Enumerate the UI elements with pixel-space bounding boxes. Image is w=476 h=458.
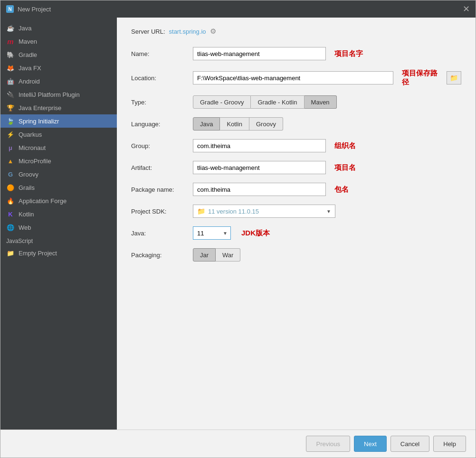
artifact-row: Artifact: 项目名 [131, 161, 461, 174]
gear-icon[interactable]: ⚙ [210, 27, 216, 36]
java-label: Java: [131, 230, 193, 237]
sidebar-label-forge: Application Forge [19, 197, 67, 205]
packaging-label: Packaging: [131, 252, 193, 259]
content-area: Server URL: start.spring.io ⚙ Name: 项目名字… [117, 18, 476, 430]
sdk-label: Project SDK: [131, 208, 193, 215]
sidebar-label-gradle: Gradle [19, 51, 37, 58]
sidebar-item-empty[interactable]: 📁 Empty Project [0, 246, 117, 260]
android-icon: 🤖 [6, 77, 15, 85]
server-url-label: Server URL: [131, 28, 165, 35]
sidebar-label-kotlin: Kotlin [19, 211, 34, 218]
group-label: Group: [131, 142, 193, 150]
sidebar-item-intellij[interactable]: 🔌 IntelliJ Platform Plugin [0, 88, 117, 101]
location-input[interactable] [193, 71, 393, 84]
spring-icon: 🍃 [6, 117, 15, 125]
next-button[interactable]: Next [354, 436, 387, 452]
sidebar-item-microprofile[interactable]: ▲ MicroProfile [0, 154, 117, 168]
sdk-folder-icon: 📁 [197, 207, 205, 215]
package-label: Package name: [131, 186, 193, 193]
java-icon: ☕ [6, 24, 15, 32]
package-field: 包名 [193, 183, 461, 196]
sdk-field: 📁 11 version 11.0.15 ▼ [193, 205, 461, 218]
sidebar-label-javafx: Java FX [19, 65, 41, 72]
packaging-row: Packaging: Jar War [131, 248, 461, 262]
sidebar-label-quarkus: Quarkus [19, 131, 42, 138]
title-bar-left: N New Project [6, 5, 51, 13]
language-java[interactable]: Java [193, 117, 220, 131]
type-row: Type: Gradle - Groovy Gradle - Kotlin Ma… [131, 95, 461, 109]
sdk-dropdown[interactable]: 📁 11 version 11.0.15 ▼ [193, 205, 335, 218]
javafx-icon: 🦊 [6, 64, 15, 72]
artifact-label: Artifact: [131, 164, 193, 171]
jdk-annotation: JDK版本 [241, 229, 270, 238]
new-project-dialog: N New Project ✕ ☕ Java m Maven 🐘 Gradle … [0, 0, 476, 458]
web-icon: 🌐 [6, 223, 15, 232]
location-annotation: 项目保存路径 [402, 69, 442, 87]
sidebar-item-maven[interactable]: m Maven [0, 35, 117, 48]
sidebar-item-spring[interactable]: 🍃 Spring Initializr [0, 114, 117, 128]
help-button[interactable]: Help [433, 436, 466, 452]
type-maven[interactable]: Maven [305, 95, 337, 109]
title-bar: N New Project ✕ [0, 0, 476, 18]
sidebar-item-javafx[interactable]: 🦊 Java FX [0, 61, 117, 75]
server-url-link[interactable]: start.spring.io [169, 28, 206, 35]
packaging-button-group: Jar War [193, 248, 240, 262]
sidebar-item-kotlin[interactable]: K Kotlin [0, 207, 117, 221]
packaging-jar[interactable]: Jar [193, 248, 216, 262]
sdk-row: Project SDK: 📁 11 version 11.0.15 ▼ [131, 205, 461, 218]
location-browse-button[interactable]: 📁 [447, 71, 461, 84]
previous-button[interactable]: Previous [306, 436, 350, 452]
packaging-war[interactable]: War [216, 248, 240, 262]
dialog-body: ☕ Java m Maven 🐘 Gradle 🦊 Java FX 🤖 Andr… [0, 18, 476, 430]
empty-icon: 📁 [6, 249, 15, 257]
sidebar-item-quarkus[interactable]: ⚡ Quarkus [0, 128, 117, 141]
name-field: 项目名字 [193, 47, 461, 60]
language-groovy[interactable]: Groovy [249, 117, 283, 131]
kotlin-icon: K [6, 210, 15, 218]
sidebar-item-groovy[interactable]: G Groovy [0, 168, 117, 181]
type-field: Gradle - Groovy Gradle - Kotlin Maven [193, 95, 461, 109]
java-select-wrapper: 11 8 17 ▼ [193, 226, 231, 240]
grails-icon: 🟠 [6, 183, 15, 192]
java-field: 11 8 17 ▼ JDK版本 [193, 226, 461, 240]
sidebar-item-enterprise[interactable]: 🏆 Java Enterprise [0, 101, 117, 114]
name-row: Name: 项目名字 [131, 47, 461, 60]
type-gradle-groovy[interactable]: Gradle - Groovy [193, 95, 251, 109]
sidebar-label-spring: Spring Initializr [19, 118, 59, 125]
group-row: Group: 组织名 [131, 139, 461, 152]
sidebar: ☕ Java m Maven 🐘 Gradle 🦊 Java FX 🤖 Andr… [0, 18, 117, 430]
forge-icon: 🔥 [6, 196, 15, 205]
cancel-button[interactable]: Cancel [390, 436, 429, 452]
sidebar-item-grails[interactable]: 🟠 Grails [0, 181, 117, 194]
package-annotation: 包名 [334, 185, 349, 194]
sidebar-label-android: Android [19, 78, 40, 85]
sidebar-label-empty: Empty Project [19, 250, 57, 257]
sidebar-item-android[interactable]: 🤖 Android [0, 75, 117, 88]
name-label: Name: [131, 50, 193, 57]
artifact-input[interactable] [193, 161, 326, 174]
maven-icon: m [6, 37, 15, 46]
group-field: 组织名 [193, 139, 461, 152]
language-kotlin[interactable]: Kotlin [220, 117, 249, 131]
group-input[interactable] [193, 139, 326, 152]
dialog-icon: N [6, 5, 14, 13]
location-label: Location: [131, 75, 193, 82]
dialog-title: New Project [18, 6, 51, 13]
sidebar-item-micronaut[interactable]: μ Micronaut [0, 141, 117, 154]
dialog-footer: Previous Next Cancel Help [0, 430, 476, 458]
close-button[interactable]: ✕ [463, 5, 470, 13]
sidebar-item-gradle[interactable]: 🐘 Gradle [0, 48, 117, 61]
location-field: 项目保存路径 📁 [193, 69, 461, 87]
package-input[interactable] [193, 183, 326, 196]
microprofile-icon: ▲ [6, 157, 15, 165]
sidebar-item-java[interactable]: ☕ Java [0, 21, 117, 35]
language-button-group: Java Kotlin Groovy [193, 117, 283, 131]
java-select[interactable]: 11 8 17 [193, 227, 230, 239]
sidebar-item-forge[interactable]: 🔥 Application Forge [0, 194, 117, 207]
location-row: Location: 项目保存路径 📁 [131, 69, 461, 87]
type-button-group: Gradle - Groovy Gradle - Kotlin Maven [193, 95, 337, 109]
sidebar-label-grails: Grails [19, 184, 35, 191]
type-gradle-kotlin[interactable]: Gradle - Kotlin [251, 95, 304, 109]
name-input[interactable] [193, 47, 326, 60]
sidebar-item-web[interactable]: 🌐 Web [0, 221, 117, 234]
